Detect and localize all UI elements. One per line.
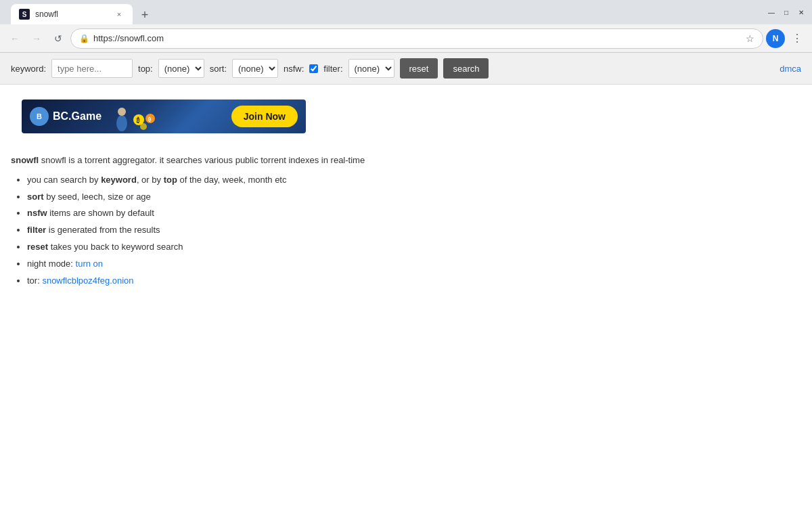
dmca-link[interactable]: dmca bbox=[780, 64, 801, 74]
reset-button[interactable]: reset bbox=[400, 58, 438, 79]
minimize-button[interactable]: — bbox=[766, 7, 777, 18]
list-item: nsfw items are shown by default bbox=[27, 206, 801, 221]
ad-decoration: ₿ ₿ bbox=[108, 99, 225, 133]
active-tab[interactable]: S snowfl × bbox=[11, 4, 133, 24]
keyword-input[interactable] bbox=[51, 59, 133, 78]
svg-point-0 bbox=[116, 115, 127, 131]
window-controls: — □ ✕ bbox=[766, 7, 807, 18]
sort-select[interactable]: (none) bbox=[232, 59, 278, 78]
top-select[interactable]: (none) bbox=[158, 59, 204, 78]
search-toolbar: keyword: top: (none) sort: (none) nsfw: … bbox=[0, 53, 812, 85]
filter-bold: filter bbox=[27, 225, 46, 235]
list-item: filter is generated from the results bbox=[27, 223, 801, 238]
address-bar[interactable]: 🔒 https://snowfl.com ☆ bbox=[70, 28, 763, 49]
tab-close-button[interactable]: × bbox=[114, 9, 125, 20]
ad-brand-name: BC.Game bbox=[53, 110, 102, 123]
description-section: snowfl snowfl is a torrent aggregator. i… bbox=[0, 148, 812, 301]
filter-select[interactable]: (none) bbox=[348, 59, 394, 78]
back-button[interactable]: ← bbox=[5, 29, 24, 48]
ad-decoration-svg: ₿ ₿ bbox=[108, 99, 162, 133]
ad-logo: B BC.Game bbox=[30, 107, 102, 126]
lock-icon: 🔒 bbox=[79, 34, 89, 43]
search-button[interactable]: search bbox=[443, 58, 489, 79]
sort-bold: sort bbox=[27, 192, 44, 202]
forward-button[interactable]: → bbox=[27, 29, 46, 48]
tab-title: snowfl bbox=[35, 9, 108, 19]
browser-window: S snowfl × + — □ ✕ ← → bbox=[0, 0, 812, 509]
top-bold: top bbox=[164, 175, 177, 185]
close-window-button[interactable]: ✕ bbox=[796, 7, 807, 18]
browser-menu-button[interactable]: ⋮ bbox=[788, 29, 807, 48]
list-item: reset takes you back to keyword search bbox=[27, 240, 801, 255]
new-tab-button[interactable]: + bbox=[135, 5, 154, 24]
top-label: top: bbox=[138, 64, 153, 74]
profile-button[interactable]: N bbox=[766, 29, 785, 48]
nsfw-label: nsfw: bbox=[284, 64, 304, 74]
page-content: keyword: top: (none) sort: (none) nsfw: … bbox=[0, 53, 812, 509]
reload-button[interactable]: ↺ bbox=[49, 29, 68, 48]
tor-link[interactable]: snowflcblpoz4feg.onion bbox=[42, 275, 133, 286]
reset-bold: reset bbox=[27, 242, 48, 252]
svg-point-6 bbox=[140, 123, 147, 130]
site-name: snowfl bbox=[11, 155, 39, 165]
night-mode-link[interactable]: turn on bbox=[76, 259, 103, 269]
ad-banner[interactable]: B BC.Game ₿ ₿ bbox=[22, 99, 306, 133]
list-item: you can search by keyword, or by top of … bbox=[27, 173, 801, 187]
feature-list: you can search by keyword, or by top of … bbox=[27, 173, 801, 288]
svg-point-1 bbox=[118, 108, 126, 116]
sort-label: sort: bbox=[210, 64, 227, 74]
ad-container: B BC.Game ₿ ₿ bbox=[0, 85, 812, 148]
intro-text: snowfl snowfl is a torrent aggregator. i… bbox=[11, 154, 801, 168]
join-now-button[interactable]: Join Now bbox=[231, 106, 298, 127]
nsfw-bold: nsfw bbox=[27, 208, 47, 218]
bookmark-icon[interactable]: ☆ bbox=[746, 33, 754, 44]
url-text: https://snowfl.com bbox=[93, 33, 742, 43]
tab-bar: S snowfl × + bbox=[5, 0, 766, 24]
nsfw-checkbox[interactable] bbox=[309, 64, 318, 73]
tab-favicon: S bbox=[19, 9, 30, 20]
keyword-bold: keyword bbox=[101, 175, 137, 185]
list-item: sort by seed, leech, size or age bbox=[27, 190, 801, 204]
bc-game-icon: B bbox=[30, 107, 49, 126]
keyword-label: keyword: bbox=[11, 64, 46, 74]
maximize-button[interactable]: □ bbox=[781, 7, 792, 18]
list-item: tor: snowflcblpoz4feg.onion bbox=[27, 274, 801, 288]
list-item: night mode: turn on bbox=[27, 257, 801, 271]
navigation-bar: ← → ↺ 🔒 https://snowfl.com ☆ N ⋮ bbox=[0, 24, 812, 53]
filter-label: filter: bbox=[323, 64, 342, 74]
